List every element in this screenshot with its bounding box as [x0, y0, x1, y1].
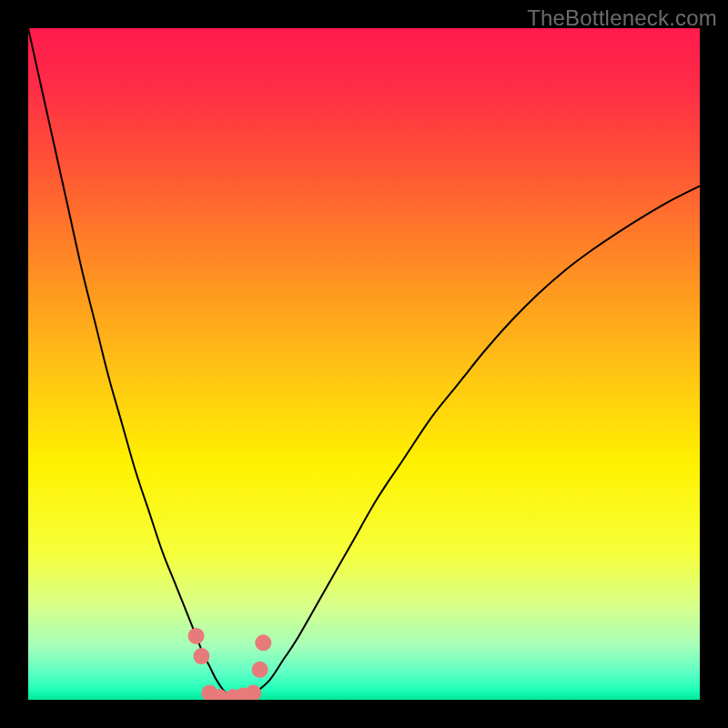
chart-svg	[28, 28, 700, 700]
trough-marker	[193, 648, 209, 664]
plot-area	[28, 28, 700, 700]
trough-marker	[252, 662, 268, 678]
trough-marker	[188, 628, 205, 644]
watermark-text: TheBottleneck.com	[527, 5, 717, 31]
trough-marker	[255, 634, 271, 651]
chart-background	[28, 28, 700, 700]
chart-frame: TheBottleneck.com	[0, 0, 728, 728]
